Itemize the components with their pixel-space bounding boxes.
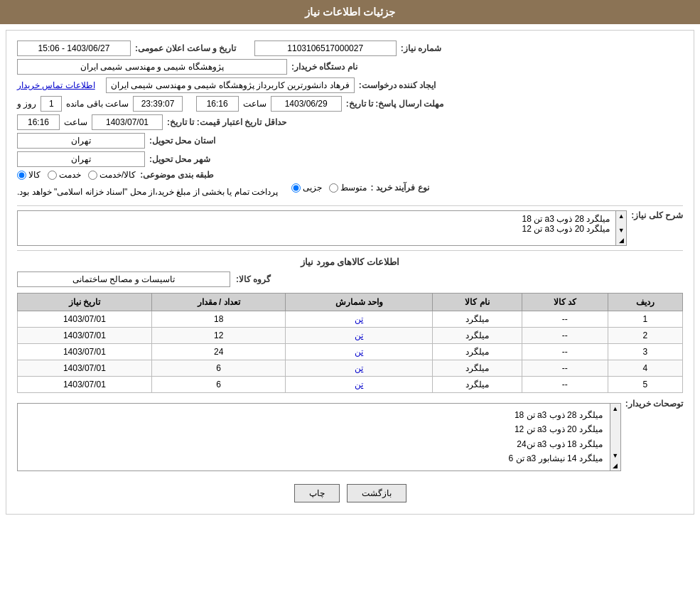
tosahat-content: میلگرد 28 ذوب a3 تن 18 میلگرد 20 ذوب a3 … [17, 403, 610, 471]
tabaqe-label: طبقه بندی موضوعی: [140, 170, 214, 180]
ijad-konande-value: فرهاد دانشورترین کاربرداز پژوهشگاه شیمی … [106, 77, 355, 93]
group-label: گروه کالا: [236, 274, 271, 284]
sharh-label: شرح کلی نیاز: [631, 210, 683, 220]
shahr-value: تهران [17, 151, 145, 167]
scroll-up-arrow[interactable]: ▲ [616, 211, 626, 221]
sharh-scrollbar[interactable]: ▲ ▼ ◢ [615, 210, 627, 246]
tabaqe-kala-khadamat-label: کالا/خدمت [99, 170, 136, 180]
mohlat-label: مهلت ارسال پاسخ: تا تاریخ: [346, 99, 443, 109]
tabaqe-kala-option[interactable]: کالا [17, 170, 41, 180]
cell-nam-kala: میلگرد [433, 377, 522, 393]
table-row: 4 -- میلگرد تن 6 1403/07/01 [18, 360, 683, 377]
tabaqe-kala-radio[interactable] [17, 171, 26, 180]
cell-nam-kala: میلگرد [433, 311, 522, 328]
tabaqe-kala-khadamat-radio[interactable] [88, 171, 97, 180]
tosahat-label: توصحات خریدار: [625, 399, 683, 409]
chap-button[interactable]: چاپ [294, 484, 340, 502]
cell-vahed: تن [286, 311, 433, 328]
cell-tarikh: 1403/07/01 [18, 344, 152, 360]
col-tedad: تعداد / مقدار [151, 294, 286, 311]
mohlat-saat-value: 16:16 [196, 96, 239, 112]
cell-vahed: تن [286, 328, 433, 344]
cell-tedad: 12 [151, 328, 286, 344]
cell-radif: 1 [608, 311, 682, 328]
tosahat-scroll-up[interactable]: ▲ [610, 404, 620, 414]
tabaqe-kala-khadamat-option[interactable]: کالا/خدمت [88, 170, 136, 180]
cell-kod-kala: -- [522, 360, 608, 377]
tabaqe-khadamat-label: خدمت [59, 170, 81, 180]
cell-kod-kala: -- [522, 377, 608, 393]
table-row: 2 -- میلگرد تن 12 1403/07/01 [18, 328, 683, 344]
ostan-label: استان محل تحویل: [149, 136, 215, 146]
cell-nam-kala: میلگرد [433, 328, 522, 344]
nave-motevaset-label: متوسط [340, 183, 367, 193]
saat-remain-label: ساعت باقی مانده [66, 99, 129, 109]
nave-jozi-label: جزیی [303, 183, 322, 193]
nave-jozi-radio[interactable] [291, 183, 301, 193]
tarikh-label: تاریخ و ساعت اعلان عمومی: [135, 43, 236, 53]
nave-motevaset-radio[interactable] [329, 183, 338, 193]
warning-text: پرداخت تمام یا بخشی از مبلغ خرید،از محل … [17, 187, 278, 197]
ostan-value: تهران [17, 133, 145, 149]
nam-dastgah-label: نام دستگاه خریدار: [291, 62, 357, 72]
cell-tarikh: 1403/07/01 [18, 377, 152, 393]
table-row: 1 -- میلگرد تن 18 1403/07/01 [18, 311, 683, 328]
hadaqal-saat-value: 16:16 [17, 114, 60, 130]
mohlat-saat-label: ساعت [243, 99, 266, 109]
table-row: 3 -- میلگرد تن 24 1403/07/01 [18, 344, 683, 360]
group-value: تاسیسات و مصالح ساختمانی [17, 271, 230, 287]
cell-tedad: 18 [151, 311, 286, 328]
nave-farayand-label: نوع فرآیند خرید : [371, 183, 429, 193]
ettelaat-tamas-link[interactable]: اطلاعات تماس خریدار [17, 80, 95, 90]
cell-kod-kala: -- [522, 344, 608, 360]
bazgasht-button[interactable]: بازگشت [347, 484, 406, 502]
page-title: جزئیات اطلاعات نیاز [0, 0, 700, 24]
nave-motevaset-option[interactable]: متوسط [329, 183, 367, 193]
cell-kod-kala: -- [522, 311, 608, 328]
mohlat-date: 1403/06/29 [271, 96, 342, 112]
nam-dastgah-value: پژوهشگاه شیمی و مهندسی شیمی ایران [17, 59, 287, 75]
sharh-content: میلگرد 28 ذوب a3 تن 18 میلگرد 20 ذوب a3 … [17, 210, 615, 246]
cell-tedad: 6 [151, 377, 286, 393]
cell-nam-kala: میلگرد [433, 360, 522, 377]
shomare-niaz-label: شماره نیاز: [401, 43, 441, 53]
cell-vahed: تن [286, 360, 433, 377]
tosahat-scrollbar[interactable]: ▲ ▼ ◢ [610, 403, 621, 471]
cell-radif: 2 [608, 328, 682, 344]
cell-tarikh: 1403/07/01 [18, 360, 152, 377]
roz-value: 1 [41, 96, 62, 112]
col-vahed: واحد شمارش [286, 294, 433, 311]
button-row: بازگشت چاپ [17, 484, 683, 502]
col-kod-kala: کد کالا [522, 294, 608, 311]
hadaqal-saat-label: ساعت [64, 117, 87, 127]
tabaqe-radio-group: کالا/خدمت خدمت کالا [17, 170, 136, 180]
cell-vahed: تن [286, 377, 433, 393]
cell-kod-kala: -- [522, 328, 608, 344]
shomare-niaz-value: 1103106517000027 [254, 41, 397, 56]
cell-radif: 4 [608, 360, 682, 377]
tosahat-resize-icon: ◢ [610, 461, 620, 470]
cell-radif: 3 [608, 344, 682, 360]
tosahat-scroll-down[interactable]: ▼ [610, 451, 620, 461]
saat-remain-value: 23:39:07 [133, 96, 183, 112]
table-row: 5 -- میلگرد تن 6 1403/07/01 [18, 377, 683, 393]
tabaqe-khadamat-radio[interactable] [48, 171, 57, 180]
cell-tedad: 24 [151, 344, 286, 360]
tarikh-value: 1403/06/27 - 15:06 [17, 41, 131, 56]
tabaqe-khadamat-option[interactable]: خدمت [48, 170, 81, 180]
scroll-down-arrow[interactable]: ▼ [616, 225, 626, 235]
cell-vahed: تن [286, 344, 433, 360]
ijad-konande-label: ایجاد کننده درخواست: [359, 80, 436, 90]
roz-label: روز و [17, 99, 36, 109]
shahr-label: شهر محل تحویل: [149, 154, 210, 164]
nave-farayand-radio-group: متوسط جزیی [291, 183, 367, 193]
nave-jozi-option[interactable]: جزیی [291, 183, 322, 193]
hadaqal-date: 1403/07/01 [92, 114, 163, 130]
col-tarikh: تاریخ نیاز [18, 294, 152, 311]
col-radif: ردیف [608, 294, 682, 311]
cell-tarikh: 1403/07/01 [18, 328, 152, 344]
cell-tarikh: 1403/07/01 [18, 311, 152, 328]
kala-table: ردیف کد کالا نام کالا واحد شمارش تعداد /… [17, 293, 683, 393]
hadaqal-label: حداقل تاریخ اعتبار قیمت: تا تاریخ: [167, 117, 286, 127]
cell-nam-kala: میلگرد [433, 344, 522, 360]
